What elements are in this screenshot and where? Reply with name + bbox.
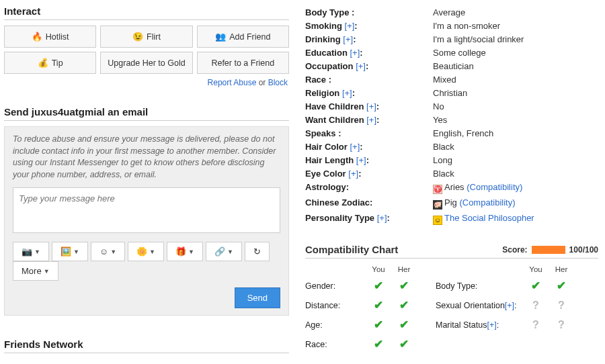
check-icon: ✔	[366, 318, 391, 332]
add-friend-button[interactable]: 👥 Add Friend	[197, 26, 289, 48]
plus-icon[interactable]: [+]	[356, 61, 366, 71]
plus-icon[interactable]: [+]	[342, 88, 352, 98]
label-body-type: Body Type :	[305, 7, 433, 17]
value-race: Mixed	[433, 75, 598, 85]
value-religion: Christian	[433, 88, 598, 98]
hotlist-label: Hotlist	[46, 32, 69, 42]
label-personality: Personality Type [+]:	[305, 213, 433, 225]
compat-header: Compatibility Chart Score: 100/100	[305, 244, 598, 259]
camera-icon: 📷	[22, 246, 32, 257]
flower-button[interactable]: 🌼▼	[128, 242, 164, 261]
zodiac-compat-link[interactable]: (Compatibility)	[459, 197, 515, 208]
check-icon: ✔	[366, 337, 391, 351]
caret-icon: ▼	[73, 248, 79, 255]
emoji-button[interactable]: ☺▼	[91, 242, 125, 261]
smile-icon: ☺	[99, 246, 108, 257]
refer-button[interactable]: Refer to a Friend	[197, 52, 289, 74]
report-abuse-link[interactable]: Report Abuse	[208, 78, 257, 87]
plus-icon[interactable]: [+]	[487, 320, 496, 330]
report-line: Report Abuse or Block	[4, 78, 288, 87]
col-you-2: You	[523, 265, 549, 273]
aries-icon: ♈	[433, 185, 442, 194]
plus-icon[interactable]: [+]	[377, 213, 387, 223]
label-eye-color: Eye Color [+]:	[305, 169, 433, 179]
tip-icon: 💰	[38, 58, 48, 68]
tip-button[interactable]: 💰 Tip	[4, 52, 96, 74]
block-link[interactable]: Block	[268, 78, 288, 87]
check-icon: ✔	[391, 337, 417, 351]
label-smoking: Smoking [+]:	[305, 21, 433, 31]
reload-icon: ↻	[253, 246, 261, 257]
personality-link[interactable]: The Social Philosopher	[444, 213, 534, 223]
plus-icon[interactable]: [+]	[348, 169, 358, 179]
plus-icon[interactable]: [+]	[505, 301, 514, 310]
email-warning: To reduce abuse and ensure your message …	[13, 134, 280, 181]
value-occupation: Beautician	[433, 61, 598, 71]
plus-icon[interactable]: [+]	[350, 48, 360, 58]
reload-button[interactable]: ↻	[245, 242, 270, 261]
send-button[interactable]: Send	[235, 287, 280, 308]
question-icon: ?	[549, 319, 574, 331]
link-button[interactable]: 🔗▼	[206, 242, 242, 261]
label-have-children: Have Children [+]:	[305, 101, 433, 111]
score-bar	[532, 246, 565, 254]
check-icon: ✔	[523, 279, 549, 293]
check-icon: ✔	[391, 279, 417, 293]
caret-icon: ▼	[188, 248, 194, 255]
hotlist-button[interactable]: 🔥 Hotlist	[4, 26, 96, 48]
email-box: To reduce abuse and ensure your message …	[4, 126, 289, 316]
plus-icon[interactable]: [+]	[345, 21, 355, 31]
check-icon: ✔	[366, 279, 391, 293]
value-hair-length: Long	[433, 155, 598, 165]
value-zodiac: 🐖Pig (Compatibility)	[433, 197, 598, 210]
plus-icon[interactable]: [+]	[350, 142, 360, 152]
gift-icon: 🎁	[175, 246, 186, 257]
question-icon: ?	[549, 300, 574, 312]
astrology-compat-link[interactable]: (Compatibility)	[467, 182, 522, 192]
value-personality: ☺The Social Philosopher	[433, 213, 598, 225]
add-friend-label: Add Friend	[229, 32, 270, 42]
camera-button[interactable]: 📷▼	[13, 242, 49, 261]
label-drinking: Drinking [+]:	[305, 34, 433, 44]
interact-buttons: 🔥 Hotlist 😉 Flirt 👥 Add Friend 💰 Tip Upg…	[4, 26, 289, 74]
compat-marital-label: Marital Status[+]:	[436, 320, 523, 330]
compat-race-label: Race:	[305, 340, 366, 349]
compat-sexual-label: Sexual Orientation[+]:	[436, 301, 523, 310]
flame-icon: 🔥	[32, 32, 42, 42]
plus-icon[interactable]: [+]	[366, 115, 376, 125]
upgrade-label: Upgrade Her to Gold	[108, 58, 185, 68]
check-icon: ✔	[391, 298, 417, 312]
share-button[interactable]: 🖼️▼	[52, 242, 88, 261]
plus-icon[interactable]: [+]	[356, 155, 366, 165]
more-label: More	[22, 266, 42, 276]
check-icon: ✔	[366, 298, 391, 312]
link-icon: 🔗	[214, 246, 225, 257]
value-astrology: ♈Aries (Compatibility)	[433, 182, 598, 194]
caret-icon: ▼	[34, 248, 40, 255]
caret-icon: ▼	[227, 248, 233, 255]
caret-icon: ▼	[149, 248, 155, 255]
value-body-type: Average	[433, 7, 598, 17]
value-eye-color: Black	[433, 169, 598, 179]
value-speaks: English, French	[433, 128, 598, 138]
gift-button[interactable]: 🎁▼	[167, 242, 203, 261]
value-drinking: I'm a light/social drinker	[433, 34, 598, 44]
upgrade-button[interactable]: Upgrade Her to Gold	[100, 52, 192, 74]
flirt-button[interactable]: 😉 Flirt	[100, 26, 192, 48]
col-her-2: Her	[549, 265, 574, 273]
label-education: Education [+]:	[305, 48, 433, 58]
flirt-label: Flirt	[147, 32, 161, 42]
label-race: Race :	[305, 75, 433, 85]
wink-icon: 😉	[132, 32, 143, 42]
message-input[interactable]	[13, 187, 280, 233]
score-label: Score:	[502, 245, 527, 255]
check-icon: ✔	[391, 318, 417, 332]
plus-icon[interactable]: [+]	[343, 34, 353, 44]
value-education: Some college	[433, 48, 598, 58]
more-button[interactable]: More ▼	[13, 261, 58, 281]
caret-icon: ▼	[44, 268, 50, 275]
col-you-1: You	[366, 265, 391, 273]
compat-bodytype-label: Body Type:	[436, 281, 523, 291]
plus-icon[interactable]: [+]	[366, 101, 376, 111]
add-friend-icon: 👥	[215, 32, 226, 42]
